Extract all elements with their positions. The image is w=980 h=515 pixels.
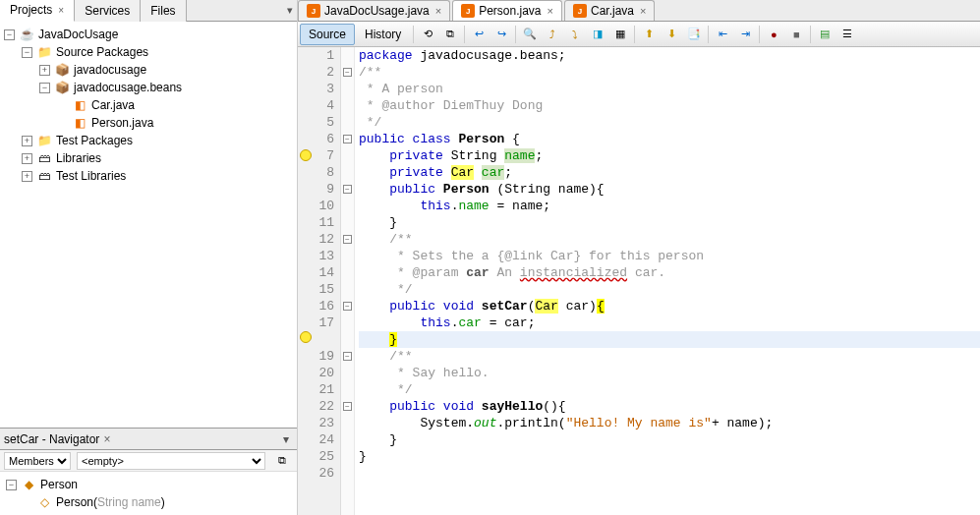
node-label: javadocusage	[74, 63, 146, 77]
package-icon: 📦	[54, 62, 70, 78]
hint-bulb-icon[interactable]	[300, 331, 312, 343]
nav-back-icon[interactable]: ↩	[468, 24, 490, 45]
folder-icon: 📁	[36, 133, 52, 148]
tree-libraries[interactable]: +🗃Libraries	[20, 149, 297, 167]
collapse-icon[interactable]: −	[6, 480, 17, 490]
empty-select[interactable]: <empty>	[77, 452, 265, 470]
library-icon: 🗃	[36, 168, 52, 184]
tab-files[interactable]: Files	[141, 0, 186, 22]
close-icon[interactable]: ×	[640, 5, 646, 17]
tree-pkg-beans[interactable]: − 📦 javadocusage.beans	[37, 79, 297, 96]
class-icon: ◆	[21, 477, 36, 492]
tab-services[interactable]: Services	[75, 0, 141, 22]
fold-icon[interactable]: −	[343, 302, 352, 311]
navigator-tree[interactable]: −◆Person ◇Person(String name)	[0, 472, 297, 515]
tree-file-person[interactable]: ◧Person.java	[55, 114, 297, 132]
history-button[interactable]: History	[356, 24, 410, 45]
editor-tab-car[interactable]: JCar.java×	[564, 0, 655, 21]
fold-icon[interactable]: −	[343, 135, 352, 143]
java-file-icon: J	[573, 4, 587, 18]
java-file-icon: ◧	[72, 97, 87, 113]
nav-class-node[interactable]: −◆Person	[4, 476, 293, 493]
refresh-icon[interactable]: ⟲	[417, 24, 438, 45]
node-label: Person.java	[91, 116, 153, 130]
fold-icon[interactable]: −	[343, 235, 352, 244]
method-icon: ◇	[36, 494, 52, 510]
library-icon: 🗃	[36, 150, 52, 166]
left-panel: Projects× Services Files ▾ − ☕ JavaDocUs…	[0, 0, 298, 515]
fold-icon[interactable]: −	[343, 185, 352, 194]
nav-fwd-icon[interactable]: ↪	[490, 24, 512, 45]
members-select[interactable]: Members	[4, 452, 71, 470]
expand-icon[interactable]: +	[22, 153, 32, 164]
navigator-header: setCar - Navigator × ▾	[0, 429, 297, 450]
editor-tab-person[interactable]: JPerson.java×	[452, 0, 562, 21]
collapse-icon[interactable]: −	[22, 47, 32, 58]
folder-icon: 📁	[36, 44, 52, 60]
node-label: javadocusage.beans	[74, 81, 182, 94]
fold-icon[interactable]: −	[343, 68, 352, 77]
editor-tab-javadocusage[interactable]: JJavaDocUsage.java×	[298, 0, 450, 21]
navigator-toolbar: Members <empty> ⧉	[0, 450, 297, 472]
find-prev-icon[interactable]: ⤴	[542, 24, 563, 45]
expand-icon[interactable]: +	[22, 136, 32, 146]
uncomment-icon[interactable]: ☰	[836, 24, 858, 45]
comment-icon[interactable]: ▤	[814, 24, 836, 45]
editor-tabs: JJavaDocUsage.java× JPerson.java× JCar.j…	[298, 0, 980, 22]
hint-bulb-icon[interactable]	[300, 149, 312, 161]
find-next-icon[interactable]: ⤵	[564, 24, 586, 45]
fold-icon[interactable]: −	[343, 352, 352, 361]
close-icon[interactable]: ×	[435, 5, 441, 17]
tree-test-libraries[interactable]: +🗃Test Libraries	[20, 167, 297, 185]
collapse-icon[interactable]: −	[39, 83, 50, 93]
node-label: Person	[40, 478, 78, 491]
source-button[interactable]: Source	[300, 24, 355, 45]
find-icon[interactable]: 🔍	[519, 24, 541, 45]
fold-icon[interactable]: −	[343, 402, 352, 411]
next-bookmark-icon[interactable]: ⬇	[661, 24, 682, 45]
collapse-icon[interactable]: −	[4, 29, 15, 40]
project-tabs: Projects× Services Files ▾	[0, 0, 297, 22]
package-icon: 📦	[54, 80, 70, 95]
node-label: Person(String name)	[56, 495, 165, 509]
expand-icon[interactable]: +	[39, 65, 50, 76]
highlight-icon[interactable]: ◨	[587, 24, 608, 45]
toggle-bookmark-icon[interactable]: 📑	[683, 24, 705, 45]
macro-rec-icon[interactable]: ●	[763, 24, 784, 45]
shift-right-icon[interactable]: ⇥	[734, 24, 756, 45]
ide-root: Projects× Services Files ▾ − ☕ JavaDocUs…	[0, 0, 980, 515]
nav-constructor-node[interactable]: ◇Person(String name)	[4, 493, 293, 511]
tree-file-car[interactable]: ◧Car.java	[55, 96, 297, 114]
java-file-icon: J	[307, 4, 320, 18]
panel-menu-icon[interactable]: ▾	[287, 4, 293, 17]
tree-root-node[interactable]: − ☕ JavaDocUsage	[2, 26, 297, 43]
select-icon[interactable]: ▦	[609, 24, 631, 45]
project-tree[interactable]: − ☕ JavaDocUsage − 📁 Source Packages	[0, 22, 297, 428]
close-icon[interactable]: ×	[103, 432, 110, 446]
tree-test-packages[interactable]: +📁Test Packages	[20, 132, 297, 149]
editor-panel: JJavaDocUsage.java× JPerson.java× JCar.j…	[298, 0, 980, 515]
diff-icon[interactable]: ⧉	[439, 24, 461, 45]
line-gutter: 123456 7 891011121314151617 192021222324…	[298, 47, 341, 515]
close-icon[interactable]: ×	[58, 5, 64, 16]
node-label: Test Packages	[56, 134, 133, 147]
tree-source-packages[interactable]: − 📁 Source Packages	[20, 43, 297, 61]
java-file-icon: J	[461, 4, 475, 18]
tab-projects[interactable]: Projects×	[0, 0, 75, 22]
node-label: Libraries	[56, 151, 101, 165]
node-label: Test Libraries	[56, 169, 126, 183]
tree-pkg-javadocusage[interactable]: + 📦 javadocusage	[37, 61, 297, 79]
close-icon[interactable]: ×	[548, 5, 553, 17]
prev-bookmark-icon[interactable]: ⬆	[638, 24, 660, 45]
editor-toolbar: Source History ⟲ ⧉ ↩ ↪ 🔍 ⤴ ⤵ ◨ ▦ ⬆ ⬇ 📑 ⇤…	[298, 22, 980, 47]
navigator-title: setCar - Navigator	[4, 432, 99, 446]
code-editor[interactable]: 123456 7 891011121314151617 192021222324…	[298, 47, 980, 515]
macro-stop-icon[interactable]: ■	[785, 24, 807, 45]
panel-menu-icon[interactable]: ▾	[283, 432, 289, 446]
code-area[interactable]: package javadocusage.beans; /** * A pers…	[355, 47, 980, 515]
fold-gutter: − − − − − − −	[341, 47, 355, 515]
node-label: Car.java	[91, 98, 135, 112]
nav-filter-icon[interactable]: ⧉	[271, 450, 293, 472]
expand-icon[interactable]: +	[22, 171, 32, 182]
shift-left-icon[interactable]: ⇤	[712, 24, 733, 45]
